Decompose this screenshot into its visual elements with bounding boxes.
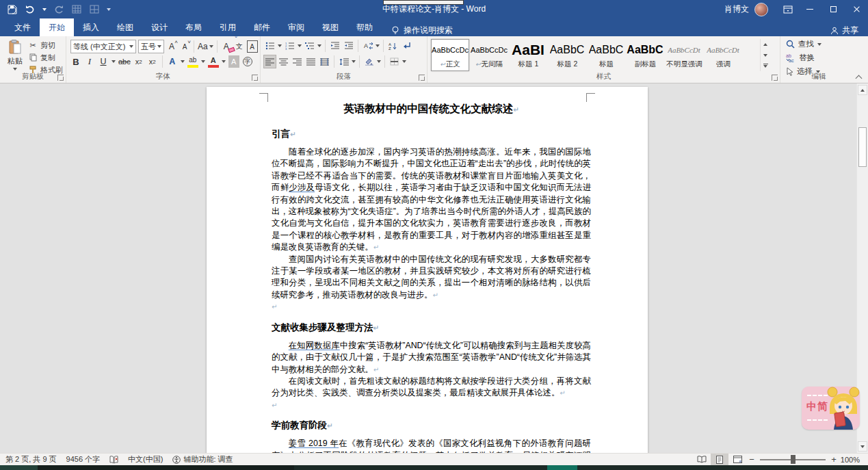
doc-para[interactable]: 在阅读文献时，首先粗读文献的标题结构将文献按学段进行大类分组，再将文献分为对比类… [272,376,591,400]
shading-button[interactable] [363,55,375,68]
zoom-out-button[interactable]: − [746,454,757,465]
font-size-select[interactable]: 五号 [138,40,164,53]
find-button[interactable]: 查找 [786,39,821,49]
doc-para[interactable]: 姜雪 2019 年在《教育现代化》发表的《国家文化利益视角下的外语教育问题研究》… [272,438,591,453]
change-case-button[interactable]: Aa [198,40,213,53]
undo-dropdown-icon[interactable] [42,8,47,11]
align-left-button[interactable] [264,55,276,68]
paragraph-mark[interactable]: ↵ [373,244,379,251]
paragraph-dialog-launcher[interactable] [419,75,425,81]
style-card[interactable]: AaBI 标题 1 [509,39,547,71]
asian-layout-dropdown-icon[interactable] [376,44,380,47]
style-card[interactable]: AaBbCcDc ↩无间隔 [470,39,508,71]
zoom-slider-thumb[interactable] [791,455,795,464]
clear-formatting-button[interactable]: A [221,40,232,53]
text-run[interactable]: 查阅国内讨论有关英语教材中的中国传统文化的现有研究发现，大多数研究都专注于某一学… [272,254,591,300]
word-count[interactable]: 9456 个字 [66,454,101,465]
underline-button[interactable]: U [98,55,109,68]
read-mode-icon[interactable] [693,454,711,465]
customize-quick-access-icon[interactable] [107,8,111,11]
ribbon-tab[interactable]: 审阅 [279,18,313,36]
bullets-dropdown-icon[interactable] [278,44,282,47]
ribbon-tab[interactable]: 引用 [211,18,245,36]
doc-heading[interactable]: 学前教育阶段↵ [272,419,591,433]
font-color-button[interactable]: A [208,55,219,68]
asian-layout-button[interactable]: A [362,40,373,52]
align-center-button[interactable] [278,55,289,68]
shrink-font-button[interactable]: A [179,40,190,53]
collapse-ribbon-icon[interactable] [856,75,863,80]
close-button[interactable] [845,0,868,18]
doc-para[interactable]: 查阅国内讨论有关英语教材中的中国传统文化的现有研究发现，大多数研究都专注于某一学… [272,254,591,302]
text-run[interactable]: 母语文化，长期以往，英语学习者由于缺乏汉语和中国文化知识而无法进行有效的跨文化交… [272,183,591,252]
font-name-select[interactable]: 等线 (中文正文) [70,40,136,53]
text-run[interactable]: 学前教育阶段 [272,420,327,430]
scroll-up-icon[interactable] [858,85,867,95]
user-avatar[interactable] [754,3,768,16]
paragraph-mark[interactable]: ↵ [513,106,518,114]
text-run[interactable]: 姜雪 2019 年 [289,439,339,448]
cut-button[interactable]: ✂剪切 [28,40,63,51]
text-run[interactable]: 英语教材中的中国传统文化文献综述 [343,103,513,114]
tell-me-search[interactable]: 操作说明搜索 [391,25,453,36]
doc-heading[interactable]: 引言↵ [272,127,591,142]
text-run[interactable]: 在阅读文献时，首先粗读文献的标题结构将文献按学段进行大类分组，再将文献分为对比类… [272,376,591,397]
replace-button[interactable]: abac 替换 [786,53,821,63]
web-layout-icon[interactable] [728,454,746,465]
italic-button[interactable]: I [84,55,95,68]
doc-empty[interactable]: ↵ [272,400,591,411]
grow-font-button[interactable]: A [166,40,177,53]
numbering-button[interactable]: 123 [284,40,295,52]
bullets-button[interactable] [264,40,276,52]
enclose-characters-button[interactable]: 字 [242,55,253,68]
character-shading-button[interactable]: A [228,55,239,68]
font-color-dropdown-icon[interactable] [222,60,226,63]
paragraph-mark[interactable]: ↵ [373,324,379,332]
doc-para[interactable]: 随着全球化的逐步加深，国内学习英语的热潮持续高涨。近年来，我国的国际地位不断提高… [272,146,591,254]
align-right-button[interactable] [291,55,303,68]
style-card[interactable]: AaBbCcDt 强调 [704,39,742,71]
ribbon-display-options-icon[interactable] [778,0,798,18]
style-card[interactable]: AaBbC 标题 [587,39,625,71]
doc-empty[interactable]: ↵ [272,301,591,313]
justify-button[interactable] [305,55,317,68]
text-run[interactable]: 引言 [272,129,290,139]
bold-button[interactable]: B [70,55,81,68]
styles-dialog-launcher[interactable] [772,75,778,81]
decrease-indent-button[interactable] [329,40,341,52]
highlight-dropdown-icon[interactable] [201,60,205,63]
strikethrough-button[interactable]: abc [118,55,131,68]
paragraph-mark[interactable]: ↵ [560,389,565,397]
ribbon-tab[interactable]: 布局 [176,18,211,36]
line-spacing-dropdown-icon[interactable] [352,60,356,63]
multilevel-dropdown-icon[interactable] [317,44,321,47]
gallery-down-icon[interactable] [761,50,770,61]
phonetic-guide-button[interactable]: 文 [234,40,245,53]
restore-button[interactable] [821,0,845,18]
minimize-button[interactable] [798,0,821,18]
print-layout-icon[interactable] [711,454,728,465]
distribute-button[interactable] [319,55,330,68]
zoom-slider[interactable] [760,459,826,460]
paragraph-mark[interactable]: ↵ [373,366,379,374]
style-card[interactable]: AaBbC 标题 2 [548,39,586,71]
paragraph-mark[interactable]: ↵ [290,131,295,138]
highlight-button[interactable]: ab [187,55,198,68]
doc-para[interactable]: 在知网数据库中搜索“英语教材”AND“传统文化”可以精确搜索到与主题相关度较高的… [272,340,591,376]
accessibility-status[interactable]: 辅助功能: 调查 [172,454,233,465]
text-run[interactable]: 少涉及 [289,183,315,192]
clipboard-dialog-launcher[interactable] [57,75,64,81]
undo-icon[interactable] [25,4,36,15]
increase-indent-button[interactable] [343,40,354,52]
zoom-percentage[interactable]: 100% [839,456,868,464]
style-card[interactable]: AaBbCcDt 不明显强调 [665,39,703,71]
paragraph-mark[interactable]: ↵ [327,422,332,430]
page-indicator[interactable]: 第 2 页, 共 9 页 [5,454,57,465]
borders-dropdown-icon[interactable] [402,60,406,63]
copy-button[interactable]: 复制 [28,53,63,63]
shading-dropdown-icon[interactable] [377,60,381,63]
style-card[interactable]: AaBbCcDc ↩正文 [431,39,469,71]
superscript-button[interactable]: x2 [147,55,158,68]
scrollbar-thumb[interactable] [858,127,867,167]
font-dialog-launcher[interactable] [252,75,258,81]
